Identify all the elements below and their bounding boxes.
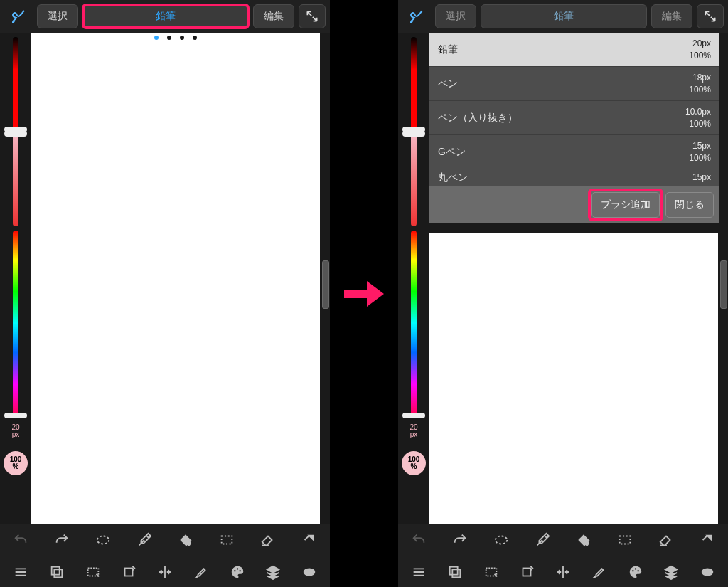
brightness-slider[interactable] bbox=[405, 37, 423, 129]
redo-icon[interactable] bbox=[47, 528, 77, 552]
eraser-icon[interactable] bbox=[253, 528, 283, 552]
transform-icon[interactable] bbox=[486, 528, 516, 552]
workspace: 20px 100% bbox=[0, 33, 330, 524]
share-icon[interactable] bbox=[692, 528, 722, 552]
palette-icon[interactable] bbox=[223, 560, 252, 584]
fullscreen-icon[interactable] bbox=[299, 4, 326, 28]
undo-icon[interactable] bbox=[6, 528, 36, 552]
brightness-slider[interactable] bbox=[6, 37, 25, 129]
svg-point-6 bbox=[234, 569, 235, 571]
brush-list-item[interactable]: Gペン 15px100% bbox=[429, 135, 719, 169]
brush-tool-icon[interactable] bbox=[4, 4, 33, 28]
brush-settings-icon[interactable] bbox=[186, 560, 216, 584]
scrollbar-thumb[interactable] bbox=[720, 260, 727, 309]
app-screen-after: 選択 鉛筆 編集 20px 100% bbox=[398, 0, 728, 587]
add-brush-button[interactable]: ブラシ追加 bbox=[592, 192, 660, 218]
bottom-toolbar-row1 bbox=[0, 524, 330, 556]
svg-rect-1 bbox=[222, 536, 232, 544]
fullscreen-icon[interactable] bbox=[697, 4, 724, 28]
flip-horizontal-icon[interactable] bbox=[548, 560, 578, 584]
app-screen-before: 選択 鉛筆 編集 20px 100% bbox=[0, 0, 330, 587]
opacity-readout[interactable]: 100% bbox=[4, 451, 28, 475]
marquee-icon[interactable] bbox=[610, 528, 640, 552]
svg-rect-15 bbox=[523, 568, 531, 576]
close-button[interactable]: 閉じる bbox=[665, 192, 714, 218]
undo-icon[interactable] bbox=[404, 528, 434, 552]
svg-rect-3 bbox=[51, 566, 59, 574]
brush-dropdown-footer: ブラシ追加 閉じる bbox=[429, 186, 719, 223]
brush-list-item[interactable]: ペン 18px100% bbox=[429, 67, 719, 101]
marquee-icon[interactable] bbox=[212, 528, 242, 552]
opacity-readout[interactable]: 100% bbox=[402, 451, 426, 475]
svg-point-19 bbox=[702, 568, 714, 576]
scrollbar-thumb[interactable] bbox=[322, 260, 329, 309]
svg-point-8 bbox=[239, 569, 240, 571]
eyedropper-icon[interactable] bbox=[129, 528, 159, 552]
ellipse-tool-icon[interactable] bbox=[294, 560, 324, 584]
brush-title-button[interactable]: 鉛筆 bbox=[481, 4, 647, 28]
crop-marquee-icon[interactable] bbox=[476, 560, 506, 584]
transform-icon[interactable] bbox=[88, 528, 118, 552]
copy-icon[interactable] bbox=[42, 560, 72, 584]
size-readout: 20px bbox=[4, 424, 27, 437]
hue-slider[interactable] bbox=[6, 231, 25, 416]
canvas[interactable] bbox=[429, 233, 718, 524]
right-scroll-edge bbox=[719, 33, 728, 524]
brush-list-item[interactable]: ペン（入り抜き） 10.0px100% bbox=[429, 101, 719, 135]
layers-icon[interactable] bbox=[258, 560, 288, 584]
svg-point-0 bbox=[97, 536, 109, 544]
edit-button[interactable]: 編集 bbox=[253, 4, 294, 28]
svg-point-9 bbox=[304, 568, 316, 576]
palette-icon[interactable] bbox=[621, 560, 651, 584]
select-button[interactable]: 選択 bbox=[37, 4, 78, 28]
ellipse-tool-icon[interactable] bbox=[692, 560, 722, 584]
brush-settings-icon[interactable] bbox=[584, 560, 614, 584]
svg-point-10 bbox=[496, 536, 508, 544]
menu-icon[interactable] bbox=[6, 560, 36, 584]
edit-button[interactable]: 編集 bbox=[651, 4, 692, 28]
bottom-toolbar-row2 bbox=[0, 556, 330, 587]
eyedropper-icon[interactable] bbox=[528, 528, 557, 552]
bucket-icon[interactable] bbox=[171, 528, 200, 552]
copy-icon[interactable] bbox=[440, 560, 470, 584]
canvas[interactable] bbox=[31, 33, 320, 524]
svg-rect-11 bbox=[620, 536, 631, 544]
brush-title-button[interactable]: 鉛筆 bbox=[82, 4, 249, 28]
hue-slider[interactable] bbox=[405, 231, 423, 416]
svg-point-18 bbox=[637, 569, 638, 571]
svg-rect-5 bbox=[125, 568, 133, 576]
bottom-toolbar-row2 bbox=[398, 556, 728, 587]
select-button[interactable]: 選択 bbox=[435, 4, 476, 28]
brush-tool-icon[interactable] bbox=[402, 4, 431, 28]
redo-icon[interactable] bbox=[445, 528, 475, 552]
share-icon[interactable] bbox=[294, 528, 324, 552]
left-slider-rail: 20px 100% bbox=[0, 33, 31, 524]
size-readout: 20px bbox=[402, 424, 425, 437]
saturation-slider[interactable] bbox=[405, 134, 423, 226]
top-toolbar: 選択 鉛筆 編集 bbox=[398, 0, 728, 33]
flip-horizontal-icon[interactable] bbox=[150, 560, 180, 584]
brush-list-item[interactable]: 鉛筆 20px100% bbox=[429, 33, 719, 67]
layers-icon[interactable] bbox=[656, 560, 686, 584]
rotate-icon[interactable] bbox=[512, 560, 542, 584]
crop-marquee-icon[interactable] bbox=[78, 560, 108, 584]
left-slider-rail: 20px 100% bbox=[398, 33, 429, 524]
top-toolbar: 選択 鉛筆 編集 bbox=[0, 0, 330, 33]
svg-rect-12 bbox=[452, 569, 460, 577]
brush-dropdown-panel: 鉛筆 20px100% ペン 18px100% ペン（入り抜き） 10.0px1… bbox=[429, 33, 719, 223]
saturation-slider[interactable] bbox=[6, 134, 25, 226]
eraser-icon[interactable] bbox=[651, 528, 681, 552]
bucket-icon[interactable] bbox=[569, 528, 599, 552]
svg-rect-13 bbox=[449, 566, 457, 574]
rotate-icon[interactable] bbox=[114, 560, 144, 584]
menu-icon[interactable] bbox=[404, 560, 434, 584]
page-indicator bbox=[154, 36, 197, 40]
brush-list[interactable]: 鉛筆 20px100% ペン 18px100% ペン（入り抜き） 10.0px1… bbox=[429, 33, 719, 186]
svg-rect-2 bbox=[54, 569, 62, 577]
svg-point-7 bbox=[236, 568, 237, 569]
brush-list-item[interactable]: 丸ペン 15px bbox=[429, 169, 719, 186]
bottom-toolbar-row1 bbox=[398, 524, 728, 556]
arrow-icon bbox=[341, 277, 387, 311]
svg-point-17 bbox=[634, 568, 636, 569]
svg-point-16 bbox=[632, 569, 633, 571]
